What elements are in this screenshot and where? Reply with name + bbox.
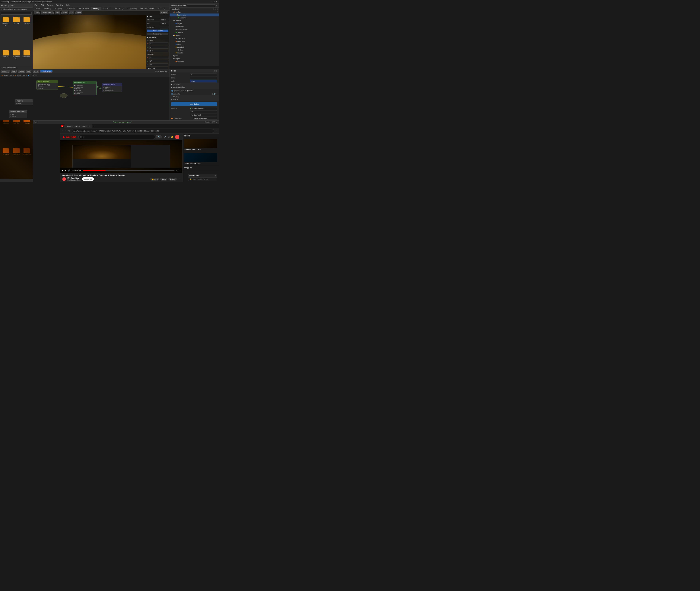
yt-search-input[interactable] [78,135,155,139]
tab-animation[interactable]: Animation [101,7,113,10]
thanks-btn[interactable]: Thanks [168,178,177,181]
tab-scripting[interactable]: Scripting [156,7,167,10]
like-btn[interactable]: 👍 4.0K [150,178,159,181]
tab-compositing[interactable]: Compositing [125,7,139,10]
tab-uv[interactable]: UV Editing [64,7,76,10]
select-menu[interactable]: Select [62,11,68,14]
global-dropdown[interactable]: Global ▾ [160,11,168,14]
close-btn[interactable]: ✕ [216,1,217,3]
menu-file[interactable]: File [34,4,38,6]
to-3d-cursor-btn[interactable]: To 3D Cursor [147,29,168,32]
more-btn[interactable]: ⋯ [178,178,180,180]
node-select-menu[interactable]: Select [18,70,25,73]
eye-icon[interactable]: 👁 [216,11,218,13]
menu-edit[interactable]: Edit [40,4,44,6]
list-item[interactable]: Adobe [11,16,21,49]
tree-item-toaster[interactable]: ▾ toaster [170,19,219,22]
tab-texture-paint[interactable]: Texture Paint [76,7,91,10]
tree-item-lights[interactable]: ▾ lights [170,34,219,37]
tab-shading[interactable]: Shading [91,7,101,10]
preview-section[interactable]: ▸ Preview [170,95,219,98]
eye-icon[interactable]: 👁 [213,8,214,10]
yt-sidebar-item[interactable]: Particle Systems Guide [182,152,219,166]
node-editor[interactable]: Object ▾ View Select Add Node ✓ Use Node… [0,69,169,120]
menu-help[interactable]: Help [66,4,71,6]
surface-section[interactable]: ▾ Surface [170,98,219,101]
tree-item-modifiers[interactable]: Modifiers [170,25,219,28]
filter-icon[interactable]: ≡ [216,5,217,7]
tree-item-point[interactable]: point [170,54,219,57]
texture-mapping-section[interactable]: ▸ Texture Mapping [170,86,219,89]
yt-bell-btn[interactable]: 🔔 [171,136,173,138]
yt-settings-btn[interactable]: ⚙ [176,170,177,172]
tree-item-vertex-groups[interactable]: Vertex Groups [170,28,219,31]
select-dropdown[interactable]: Object Mode ▾ [41,11,54,14]
browser-settings[interactable]: ⋮ [215,130,217,132]
tree-item-ksiezyc[interactable]: ksiezyc [170,43,219,46]
properties-section[interactable]: ▸ Properties [170,83,219,86]
node-mapping[interactable]: Mapping ● Vector [15,99,33,105]
cursor-3d-header[interactable]: ▾ 3D Cursor [146,36,169,39]
tree-item-armature[interactable]: Armature [170,60,219,63]
node-principled-bsdf[interactable]: Principled BSDF ● Base Color ● Subsurfac… [73,81,97,95]
share-btn[interactable]: Share [160,178,167,181]
copy-icon[interactable]: ⎘ [214,70,215,72]
tab-geometry-nodes[interactable]: Geometry Nodes [139,7,156,10]
render-icon[interactable]: ⊕ [217,8,218,10]
list-item[interactable]: Audacity [22,16,31,49]
tree-item-oswiatia2[interactable]: oswiatia 2 [170,46,219,49]
yt-avatar[interactable] [175,135,179,139]
tree-item-goreczka[interactable]: goreczka [170,16,219,19]
yt-search-btn[interactable]: 🔍 [156,135,162,138]
camera-icon[interactable]: ⊡ [215,8,216,10]
file-explorer-search[interactable] [0,11,32,15]
node-add-menu[interactable]: Add [26,70,31,73]
maximize-btn[interactable]: □ [214,1,215,3]
add-menu[interactable]: Add [69,11,74,14]
view-menu[interactable]: View [55,11,60,14]
object-menu[interactable]: Object [75,11,82,14]
node-view-menu[interactable]: View [11,70,17,73]
outliner-search[interactable] [187,4,215,7]
node-view-btn[interactable]: Object ▾ [1,70,9,73]
minimize-btn[interactable]: ─ [211,1,213,3]
link-mat-btn[interactable]: 🔗 [214,93,216,95]
subscribe-button[interactable]: Subscribe [82,177,94,181]
tree-item-oswiatia[interactable]: oswiatia [170,52,219,54]
forward-btn[interactable]: → [65,130,67,132]
camera-to-btn[interactable]: Camera to... [147,32,168,35]
yt-sidebar-flying-plato[interactable]: flying plato [182,166,219,170]
yt-play-btn[interactable]: ▶ [62,169,63,172]
tab-sculpting[interactable]: Sculpting [53,7,64,10]
tab-rendering[interactable]: Rendering [113,7,125,10]
node-node-menu[interactable]: Node [33,70,39,73]
copy-mat-btn[interactable]: ⎘ [212,93,213,95]
tree-item-goreczka-cala[interactable]: ▾ gorka cala [170,13,219,16]
use-nodes-toggle[interactable]: ✓ Use Nodes [40,70,53,73]
tab-modeling[interactable]: Modeling [42,7,53,10]
channel-name[interactable]: MK Graphics [67,177,81,179]
view-panel-header[interactable]: ▾ View [146,15,169,18]
node-material-output[interactable]: Material Output ● Surface ● Volume ● Dis… [102,83,122,92]
tree-item-collection[interactable]: ▾ Collection 👁 ⊡ ⊕ [170,8,219,11]
new-tab-btn[interactable]: + [93,125,96,127]
viewport-3d[interactable]: View Object Mode ▾ View Select Add Objec… [33,11,169,73]
tree-item-widgets[interactable]: Widgets [170,57,219,60]
select-label[interactable]: Select [9,5,14,7]
viewport-view-btn[interactable]: View [34,11,40,14]
yt-tab[interactable]: Blender 3.1 Tutorial | Making ... ✕ [64,124,92,128]
tree-item-crane-rig[interactable]: Crane_Rig [170,37,219,40]
node-image-texture[interactable]: Image Texture ground texture 4k.jpg ● Co… [36,80,58,90]
yt-skip-btn[interactable]: ⏭ [65,170,67,172]
tree-item-czufka[interactable]: ▾ czufka 👁 [170,11,219,13]
tree-item-krowa-front[interactable]: krowa front [170,40,219,43]
tree-item-empty[interactable]: Empty [170,22,219,25]
yt-video-player[interactable]: ▶ ⏭ 🔊 10:36 / 15:00 ⚙ ⛶ [60,140,182,173]
refresh-btn[interactable]: ↻ [68,130,70,132]
paste-icon[interactable]: ⎗ [216,70,217,72]
yt-logo[interactable]: ▶ YouTube [63,136,76,138]
tab-layout[interactable]: Layout [33,7,42,10]
use-nodes-button[interactable]: Use Nodes [171,102,217,106]
address-bar[interactable]: https://www.youtube.com/watch?v=4IWEl2iX… [71,129,214,133]
node-tex-coord[interactable]: Texture Coordinate ● UV● Object [9,110,27,118]
